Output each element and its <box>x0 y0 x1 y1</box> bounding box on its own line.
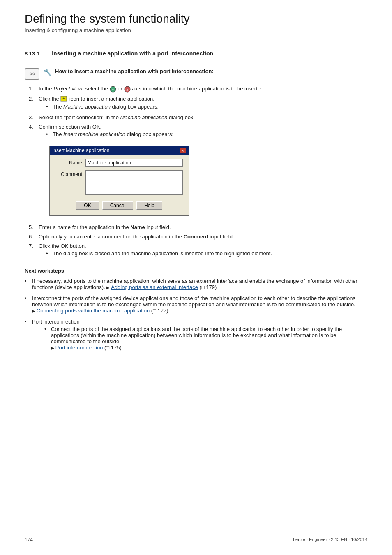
dialog-title: Insert Machine application <box>52 148 109 153</box>
svg-text:Z: Z <box>126 88 128 92</box>
section-divider <box>25 41 367 41</box>
step-4-sub-1: • The Insert machine application dialog … <box>46 131 367 137</box>
step-2-content: Click the + icon to insert a machine app… <box>39 96 367 111</box>
dialog-body: Name Comment OK Cancel Help <box>50 155 189 215</box>
dialog-close-button[interactable]: ✕ <box>180 148 186 153</box>
how-to-label: How to insert a machine application with… <box>55 68 214 74</box>
dialog-name-row: Name <box>55 159 183 167</box>
workstep-2-content: Interconnect the ports of the assigned d… <box>32 295 367 314</box>
svg-text:+: + <box>63 97 65 101</box>
dialog-container: Insert Machine application ✕ Name Commen… <box>49 146 189 216</box>
step-5-num: 5. <box>29 224 36 230</box>
svg-text:Y: Y <box>112 88 114 92</box>
step-2-sub-1: • The Machine application dialog box app… <box>46 104 367 110</box>
workstep-item-1: • If necessary, add ports to the machine… <box>25 278 367 290</box>
page-footer: 174 Lenze · Engineer · 2.13 EN · 10/2014 <box>25 537 367 543</box>
dialog-comment-label: Comment <box>55 170 82 177</box>
step-4-content: Confirm selection with OK. • The Insert … <box>39 124 367 139</box>
next-worksteps-title: Next worksteps <box>25 268 367 274</box>
person-icon: 🔧 <box>44 68 52 76</box>
page-number: 174 <box>25 537 33 543</box>
section-title: Inserting a machine application with a p… <box>52 50 213 57</box>
arrow-link-2 <box>32 308 37 314</box>
step-1-num: 1. <box>29 86 36 92</box>
axis-icon-1: Y <box>110 86 116 92</box>
dialog-comment-row: Comment <box>55 170 183 195</box>
page-subtitle: Inserting & configuring a machine applic… <box>25 27 367 33</box>
step-6-num: 6. <box>29 234 36 240</box>
step-1-content: In the Project view, select the Y or Z a… <box>39 86 367 92</box>
step-7-subbullets: • The dialog box is closed and the machi… <box>46 250 367 257</box>
step-3: 3. Select the "port connection" in the M… <box>29 114 367 120</box>
step-2: 2. Click the + icon to insert a machine … <box>29 96 367 111</box>
section-number: 8.13.1 <box>25 51 39 57</box>
dialog-cancel-button[interactable]: Cancel <box>102 201 133 210</box>
step-5-content: Enter a name for the application in the … <box>39 224 367 230</box>
dialog-name-input[interactable] <box>85 159 183 167</box>
workstep-item-3: • Port interconnection • Connect the por… <box>25 319 367 352</box>
insert-machine-dialog: Insert Machine application ✕ Name Commen… <box>49 146 189 216</box>
step-1: 1. In the Project view, select the Y or … <box>29 86 367 92</box>
step-7-num: 7. <box>29 243 36 249</box>
step-1-italic: Project view <box>53 86 82 92</box>
steps-list-2: 5. Enter a name for the application in t… <box>29 224 367 258</box>
dialog-name-label: Name <box>55 159 82 166</box>
dialog-buttons: OK Cancel Help <box>55 198 183 211</box>
step-5: 5. Enter a name for the application in t… <box>29 224 367 230</box>
step-7: 7. Click the OK button. • The dialog box… <box>29 243 367 258</box>
workstep-1-content: If necessary, add ports to the machine a… <box>32 278 367 290</box>
step-7-sub-1: • The dialog box is closed and the machi… <box>46 250 367 257</box>
workstep-item-2: • Interconnect the ports of the assigned… <box>25 295 367 314</box>
port-interconnection-link[interactable]: Port interconnection <box>55 345 103 351</box>
step-4-num: 4. <box>29 124 36 130</box>
step-3-num: 3. <box>29 114 36 120</box>
port-interconnection-sub: • Connect the ports of the assigned appl… <box>44 326 367 351</box>
workstep-3-content: Port interconnection • Connect the ports… <box>32 319 367 352</box>
step-2-num: 2. <box>29 96 36 102</box>
port-interconnection-sub-item: • Connect the ports of the assigned appl… <box>44 326 367 351</box>
arrow-link-1 <box>106 284 111 290</box>
next-worksteps: Next worksteps • If necessary, add ports… <box>25 268 367 352</box>
step-7-content: Click the OK button. • The dialog box is… <box>39 243 367 258</box>
step-3-content: Select the "port connection" in the Mach… <box>39 114 367 120</box>
insert-icon: + <box>60 96 68 102</box>
adding-ports-link[interactable]: Adding ports as an external interface <box>111 284 198 290</box>
how-to-icon: ⚙⚙ <box>25 68 39 80</box>
connecting-ports-link[interactable]: Connecting ports within the machine appl… <box>37 308 150 314</box>
step-6-content: Optionally you can enter a comment on th… <box>39 234 367 240</box>
dialog-ok-button[interactable]: OK <box>76 201 99 210</box>
page-title: Defining the system functionality <box>25 12 367 25</box>
gear-icon: ⚙⚙ <box>29 72 35 76</box>
how-to-box: ⚙⚙ 🔧 How to insert a machine application… <box>25 68 367 80</box>
step-4-subbullets: • The Insert machine application dialog … <box>46 131 367 137</box>
step-2-subbullets: • The Machine application dialog box app… <box>46 104 367 110</box>
steps-list: 1. In the Project view, select the Y or … <box>29 86 367 139</box>
axis-icon-2: Z <box>124 86 131 92</box>
lenze-info: Lenze · Engineer · 2.13 EN · 10/2014 <box>293 537 367 543</box>
step-6: 6. Optionally you can enter a comment on… <box>29 234 367 240</box>
dialog-help-button[interactable]: Help <box>136 201 162 210</box>
dialog-titlebar: Insert Machine application ✕ <box>50 146 189 155</box>
step-4: 4. Confirm selection with OK. • The Inse… <box>29 124 367 139</box>
dialog-comment-input[interactable] <box>85 170 183 195</box>
worksteps-list: • If necessary, add ports to the machine… <box>25 278 367 352</box>
arrow-link-3 <box>51 345 55 351</box>
